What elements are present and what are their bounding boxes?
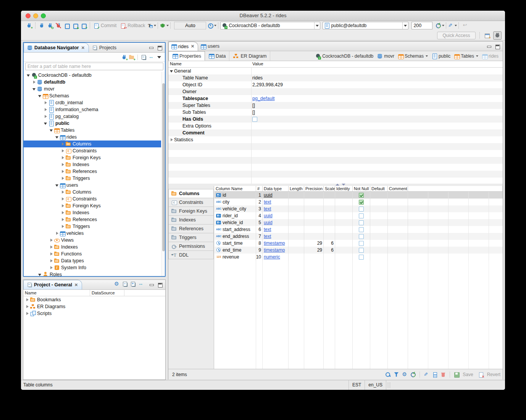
data-type-link[interactable]: uuid [264, 220, 273, 225]
close-window-button[interactable] [26, 13, 31, 18]
properties-header-name[interactable]: Name [168, 61, 251, 67]
breadcrumb-item-rides[interactable]: rides [481, 53, 500, 59]
view-menu-button[interactable] [157, 56, 161, 58]
view-columns-button[interactable] [432, 372, 438, 378]
property-row-general[interactable]: General [168, 68, 503, 74]
minimize-view-button[interactable] [148, 45, 154, 51]
new-folder-button[interactable]: + [129, 54, 135, 60]
property-row-statistics[interactable]: Statistics [168, 136, 503, 143]
data-type-link[interactable]: timestamp [264, 247, 285, 253]
data-type-link[interactable]: uuid [264, 192, 273, 198]
not-null-checkbox[interactable] [359, 255, 364, 260]
navigator-scrollbar[interactable] [161, 72, 165, 276]
splitter-down-icon[interactable] [342, 184, 345, 186]
breadcrumb-item-tables[interactable]: Tables [453, 53, 479, 59]
column-row-end-address[interactable]: end_address7text [215, 233, 503, 240]
tree-item-information-schema[interactable]: information_schema [24, 106, 161, 113]
column-row-end-time[interactable]: end_time9timestamp296 [215, 247, 503, 254]
grid-header--[interactable]: # [256, 186, 263, 191]
tree-item-constraints[interactable]: Constraints [24, 195, 161, 202]
expander-icon[interactable] [60, 210, 65, 216]
minimize-view-button[interactable] [148, 282, 155, 288]
splitter-up-icon[interactable] [336, 184, 339, 186]
has-oids-checkbox[interactable] [252, 117, 257, 122]
expander-icon[interactable] [169, 137, 174, 143]
expander-icon[interactable] [49, 244, 54, 250]
new-connection-button[interactable]: + [121, 54, 127, 60]
column-row-rider-id[interactable]: rider_id4uuid [215, 212, 503, 219]
expander-icon[interactable] [60, 203, 65, 209]
grid-header-identity[interactable]: Identity [335, 186, 353, 191]
property-row-tablespace[interactable]: Tablespacepg_default [168, 95, 503, 102]
tree-item-crdb-internal[interactable]: crdb_internal [24, 99, 161, 106]
grid-header-comment[interactable]: Comment [388, 186, 408, 191]
tree-item-foreign-keys[interactable]: Foreign Keys [24, 202, 161, 209]
tree-item-foreign-keys[interactable]: Foreign Keys [24, 154, 161, 161]
grid-header-not-null[interactable]: Not Null [353, 186, 370, 191]
tree-item-public[interactable]: public [24, 120, 161, 127]
not-null-checkbox[interactable] [359, 207, 364, 212]
project-item-bookmarks[interactable]: Bookmarks [23, 296, 165, 303]
breadcrumb-item-schemas[interactable]: Schemas [397, 53, 429, 59]
property-row-table-name[interactable]: Table Namerides [168, 74, 503, 81]
scrollbar-thumb[interactable] [162, 83, 165, 251]
disconnect-button[interactable] [54, 22, 63, 30]
reconnect-button[interactable]: ↻ [46, 22, 54, 30]
search-button[interactable] [385, 372, 391, 378]
new-sql-editor-button[interactable]: + [79, 22, 88, 30]
revert-button[interactable]: Revert [487, 372, 500, 377]
tree-item-movr[interactable]: movr [24, 86, 161, 92]
column-row-vehicle-id[interactable]: vehicle_id5uuid [215, 219, 503, 226]
property-row-super-tables[interactable]: Super Tables[] [168, 102, 503, 109]
minimize-editor-button[interactable] [486, 44, 492, 50]
rollback-button[interactable]: ↩ [119, 22, 127, 30]
expander-icon[interactable] [37, 271, 42, 276]
not-null-checkbox[interactable] [359, 234, 364, 239]
project-settings-button[interactable] [114, 281, 120, 287]
close-icon[interactable]: ✕ [81, 46, 85, 50]
tree-item-rides[interactable]: rides [24, 134, 161, 141]
property-row-comment[interactable]: Comment [168, 129, 503, 136]
filter-button[interactable] [393, 372, 399, 378]
data-type-link[interactable]: text [264, 227, 271, 232]
transaction-mode-button[interactable] [147, 22, 156, 30]
data-type-link[interactable]: timestamp [264, 241, 285, 246]
not-null-checkbox[interactable] [359, 200, 364, 205]
tab-er-diagram[interactable]: ER Diagram [229, 51, 270, 61]
edit-button[interactable] [423, 372, 429, 378]
table-filter-input[interactable] [25, 63, 163, 70]
tree-item-indexes[interactable]: Indexes [24, 161, 161, 168]
execution-timeout-button[interactable] [208, 22, 216, 30]
property-row-sub-tables[interactable]: Sub Tables[] [168, 109, 503, 116]
tree-item-tables[interactable]: Tables [24, 127, 161, 134]
expander-icon[interactable] [49, 265, 54, 271]
data-type-link[interactable]: uuid [264, 213, 273, 218]
detail-tab-references[interactable]: References [168, 224, 214, 233]
column-header-name[interactable]: Name [23, 290, 90, 296]
sql-editor-button[interactable] [63, 22, 71, 30]
debug-button[interactable] [160, 22, 168, 30]
data-type-link[interactable]: text [264, 206, 271, 212]
tree-item-indexes[interactable]: Indexes [24, 209, 161, 216]
open-perspective-button[interactable] [483, 31, 491, 40]
expand-all-button[interactable] [130, 281, 136, 287]
zoom-window-button[interactable] [41, 13, 46, 18]
save-button[interactable]: Save [463, 372, 473, 377]
chevron-down-icon[interactable] [476, 55, 478, 57]
column-row-vehicle-city[interactable]: vehicle_city3text [215, 205, 503, 212]
tree-item-functions[interactable]: Functions [24, 250, 161, 257]
tree-item-triggers[interactable]: Triggers [24, 175, 161, 182]
connect-button[interactable] [37, 22, 46, 30]
grid-header-scale[interactable]: Scale [324, 186, 335, 191]
grid-header-length[interactable]: Length [289, 186, 304, 191]
expander-icon[interactable] [26, 72, 31, 78]
auto-commit-mode-button[interactable]: Auto [174, 22, 206, 29]
open-sql-console-button[interactable]: ▸ [71, 22, 79, 30]
chevron-down-icon[interactable] [426, 55, 428, 57]
expander-icon[interactable] [32, 79, 37, 85]
expander-icon[interactable] [32, 86, 37, 92]
schema-selector-arrow[interactable] [402, 22, 408, 29]
tree-item-constraints[interactable]: Constraints [24, 147, 161, 154]
not-null-checkbox[interactable] [359, 227, 364, 232]
new-connection-button[interactable]: + [25, 22, 33, 30]
